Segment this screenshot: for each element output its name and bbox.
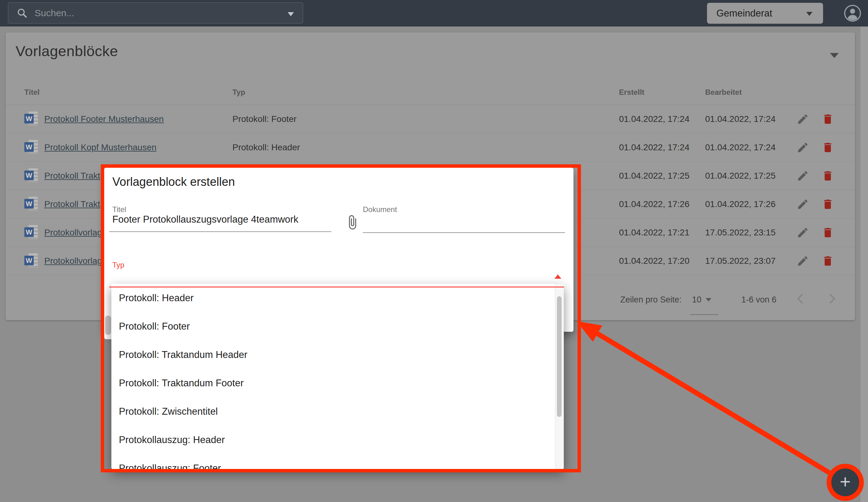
- dokument-label: Dokument: [363, 205, 397, 214]
- titel-underline: [109, 231, 331, 232]
- screen: Suchen... Gemeinderat Vorlagenblöcke Tit…: [0, 0, 868, 502]
- rows-per-page-select[interactable]: 10: [692, 295, 701, 305]
- row-title-link[interactable]: Protokoll Kopf Musterhausen: [44, 143, 157, 153]
- edit-button[interactable]: [797, 141, 809, 154]
- annotation-arrow: [598, 334, 829, 473]
- delete-button[interactable]: [822, 255, 834, 267]
- menu-item[interactable]: Protokoll: Footer: [111, 312, 564, 341]
- column-header-bearbeitet: Bearbeitet: [705, 88, 791, 105]
- column-header-typ: Typ: [232, 88, 619, 105]
- menu-item[interactable]: Protokoll: Traktandum Footer: [111, 369, 564, 397]
- menu-item[interactable]: Protokollauszug: Header: [111, 426, 564, 454]
- titel-field[interactable]: [112, 214, 328, 225]
- delete-button[interactable]: [822, 141, 834, 154]
- menu-scrollbar-thumb[interactable]: [557, 296, 561, 417]
- page-scrollbar[interactable]: [860, 27, 868, 502]
- delete-button[interactable]: [822, 226, 834, 239]
- org-selector[interactable]: Gemeinderat: [707, 3, 823, 24]
- annotation-arrowhead: [577, 321, 602, 342]
- word-file-icon: W: [24, 140, 39, 155]
- edit-button[interactable]: [797, 255, 809, 267]
- column-header-erstellt: Erstellt: [619, 88, 705, 105]
- chevron-down-icon: [806, 12, 813, 16]
- menu-item[interactable]: Protokollauszug: Footer: [111, 454, 564, 469]
- attach-icon[interactable]: [344, 213, 360, 232]
- plus-icon: +: [840, 472, 850, 491]
- search-input[interactable]: Suchen...: [8, 2, 303, 24]
- trash-icon: [824, 171, 831, 180]
- word-file-icon: W: [24, 225, 39, 240]
- search-icon: [17, 8, 28, 19]
- word-file-icon: W: [24, 168, 39, 184]
- typ-label: Typ: [112, 261, 124, 269]
- pagination-range: 1-6 von 6: [741, 295, 777, 305]
- pencil-icon: [798, 200, 807, 209]
- person-icon: [850, 9, 855, 14]
- chevron-down-icon[interactable]: [706, 298, 711, 302]
- trash-icon: [824, 200, 831, 209]
- dokument-underline: [363, 232, 565, 233]
- delete-button[interactable]: [822, 113, 834, 125]
- delete-button[interactable]: [822, 198, 834, 210]
- search-placeholder: Suchen...: [35, 8, 74, 18]
- row-created: 01.04.2022, 17:21: [619, 228, 705, 238]
- row-edited: 01.04.2022, 17:26: [705, 199, 791, 209]
- add-fab[interactable]: +: [831, 468, 859, 496]
- pencil-icon: [798, 143, 807, 152]
- row-edited: 17.05.2022, 23:07: [705, 256, 791, 266]
- edit-button[interactable]: [797, 170, 809, 182]
- chevron-left-icon: [798, 295, 802, 303]
- row-title-link[interactable]: Protokollvorlag: [44, 228, 102, 238]
- row-created: 01.04.2022, 17:20: [619, 256, 705, 266]
- table-row: W Protokoll Footer Musterhausen Protokol…: [6, 105, 855, 134]
- chevron-down-icon[interactable]: [288, 12, 294, 16]
- row-created: 01.04.2022, 17:26: [619, 199, 705, 209]
- edit-button[interactable]: [797, 113, 809, 125]
- edit-button[interactable]: [797, 198, 809, 210]
- pencil-icon: [798, 256, 807, 266]
- row-created: 01.04.2022, 17:24: [619, 143, 705, 153]
- word-file-icon: W: [24, 111, 39, 127]
- row-title-link[interactable]: Protokoll Trakt: [44, 171, 100, 181]
- edit-button[interactable]: [797, 226, 809, 239]
- column-header-titel: Titel: [24, 88, 232, 105]
- menu-item[interactable]: Protokoll: Zwischentitel: [111, 397, 564, 426]
- menu-item[interactable]: Protokoll: Header: [111, 284, 564, 312]
- table-row: W Protokoll Kopf Musterhausen Protokoll:…: [6, 134, 855, 162]
- row-edited: 17.05.2022, 23:15: [705, 228, 791, 238]
- dialog-scrollbar-thumb[interactable]: [105, 315, 111, 335]
- chevron-right-icon: [830, 295, 834, 303]
- row-created: 01.04.2022, 17:25: [619, 171, 705, 181]
- caret-up-icon[interactable]: [555, 274, 561, 279]
- row-created: 01.04.2022, 17:24: [619, 114, 705, 124]
- dokument-field[interactable]: [363, 214, 559, 225]
- word-file-icon: W: [24, 253, 39, 269]
- trash-icon: [824, 114, 831, 124]
- row-typ: Protokoll: Header: [232, 143, 619, 153]
- pencil-icon: [798, 228, 807, 237]
- menu-scrollbar[interactable]: [555, 284, 564, 469]
- row-edited: 01.04.2022, 17:25: [705, 171, 791, 181]
- row-title-link[interactable]: Protokollvorlag: [44, 256, 102, 266]
- row-edited: 01.04.2022, 17:24: [705, 114, 791, 124]
- typ-underline: [109, 286, 564, 287]
- delete-button[interactable]: [822, 170, 834, 182]
- user-avatar-button[interactable]: [844, 4, 861, 22]
- row-edited: 01.04.2022, 17:24: [705, 143, 791, 153]
- row-title-link[interactable]: Protokoll Footer Musterhausen: [44, 114, 164, 124]
- dialog-title: Vorlagenblock erstellen: [112, 175, 235, 189]
- dialog-scrollbar[interactable]: [104, 286, 112, 339]
- trash-icon: [824, 256, 831, 266]
- pencil-icon: [798, 114, 807, 124]
- top-bar: Suchen... Gemeinderat: [0, 0, 868, 27]
- row-title-link[interactable]: Protokoll Trakt: [44, 199, 100, 209]
- titel-label: Titel: [112, 205, 126, 214]
- collapse-caret-icon[interactable]: [830, 53, 839, 58]
- rows-per-page-label: Zeilen pro Seite:: [620, 295, 682, 305]
- prev-page-button[interactable]: [794, 292, 807, 305]
- next-page-button[interactable]: [826, 292, 838, 305]
- org-selector-label: Gemeinderat: [716, 8, 772, 19]
- trash-icon: [824, 228, 831, 237]
- menu-item[interactable]: Protokoll: Traktandum Header: [111, 341, 564, 369]
- word-file-icon: W: [24, 197, 39, 212]
